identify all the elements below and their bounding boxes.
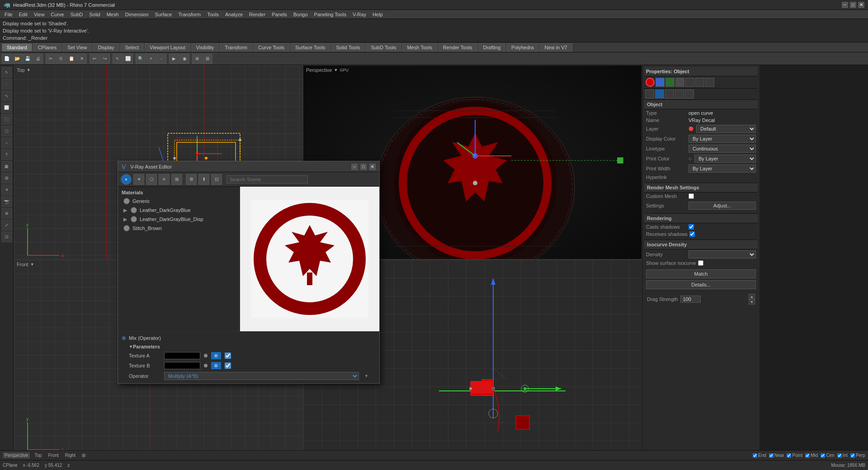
menu-tools[interactable]: Tools	[204, 11, 222, 18]
side-snap[interactable]: ⊡	[1, 231, 12, 242]
tb-zoom-out[interactable]: -	[156, 54, 166, 64]
tab-drafting[interactable]: Drafting	[478, 43, 506, 52]
render-icon-3[interactable]	[665, 89, 674, 99]
render-icon-2[interactable]	[655, 89, 664, 99]
ae-import-btn[interactable]: ⬆	[198, 174, 209, 185]
ae-params-arrow[interactable]: ▼	[129, 344, 133, 349]
tb-zoom-in[interactable]: +	[146, 54, 156, 64]
material-icon-5[interactable]	[695, 78, 704, 87]
custom-mesh-checkbox[interactable]	[689, 193, 694, 199]
tb-open[interactable]: 📂	[12, 54, 22, 64]
ae-texture-a-check[interactable]	[225, 352, 231, 359]
viewport-perspective-menu-arrow[interactable]: ▼	[334, 68, 338, 72]
ae-view-btn[interactable]: ⊡	[211, 174, 222, 185]
side-light[interactable]: ☀	[1, 184, 12, 195]
material-icon-6[interactable]	[705, 78, 714, 87]
tb-undo[interactable]: ↩	[90, 54, 99, 64]
sb-perp-check[interactable]	[850, 453, 855, 458]
sb-near-check[interactable]	[769, 453, 774, 458]
print-color-dropdown[interactable]: By Layer	[694, 155, 756, 163]
drag-strength-input[interactable]	[680, 296, 701, 303]
side-text[interactable]: T	[1, 149, 12, 160]
ae-tb-render-ele[interactable]: ⊞	[171, 174, 182, 185]
tb-new[interactable]: 📄	[2, 54, 12, 64]
ae-texture-a-swatch[interactable]	[164, 352, 200, 359]
sb-cen-check[interactable]	[821, 453, 825, 458]
ae-operator-dropdown[interactable]: Multiply (A*B) Add (A+B) Subtract (A-B)	[164, 372, 359, 380]
tab-visibility[interactable]: Visibility	[191, 43, 219, 52]
ae-tb-layers[interactable]: ≡	[159, 174, 170, 185]
ae-search-input[interactable]	[226, 175, 308, 183]
menu-panels[interactable]: Panels	[269, 11, 290, 18]
menu-edit[interactable]: Edit	[16, 11, 30, 18]
layer-dropdown[interactable]: Default	[696, 125, 756, 133]
details-button[interactable]: Details...	[646, 280, 756, 289]
tb-ortho[interactable]: ⊞	[203, 54, 212, 64]
render-icon-5[interactable]	[685, 89, 694, 99]
ae-tb-light[interactable]: ☀	[133, 174, 144, 185]
tb-render[interactable]: ▶	[169, 54, 179, 64]
tb-cut[interactable]: ✂	[46, 54, 56, 64]
ae-mat-leather-disp[interactable]: ▶ Leather_DarkGrayBlue_Disp	[120, 215, 238, 224]
receives-shadows-checkbox[interactable]	[689, 231, 695, 237]
maximize-button[interactable]: □	[850, 2, 856, 8]
side-surface[interactable]: ⬜	[1, 102, 12, 113]
side-camera[interactable]: 📷	[1, 196, 12, 207]
ae-minimize-btn[interactable]: −	[351, 164, 358, 170]
render-icon-1[interactable]	[645, 89, 654, 99]
side-solid[interactable]: ⬛	[1, 114, 12, 125]
tb-window-select[interactable]: ⬜	[123, 54, 133, 64]
material-icon-3[interactable]	[675, 78, 684, 87]
menu-bongo[interactable]: Bongo	[291, 11, 311, 18]
adjust-button[interactable]: Adjust...	[689, 202, 756, 210]
menu-surface[interactable]: Surface	[152, 11, 175, 18]
side-hatch[interactable]: ▦	[1, 161, 12, 172]
show-surface-checkbox[interactable]	[698, 260, 703, 266]
ae-mat-leather-dark[interactable]: ▶ Leather_DarkGrayBlue	[120, 206, 238, 215]
tb-paste[interactable]: 📋	[66, 54, 76, 64]
tb-delete[interactable]: ✕	[77, 54, 87, 64]
side-block[interactable]: ⊞	[1, 173, 12, 183]
viewport-perspective-label[interactable]: Perspective ▼ GPU	[306, 67, 349, 73]
tb-save[interactable]: 💾	[23, 54, 33, 64]
linetype-dropdown[interactable]: Continuous	[689, 145, 756, 153]
ae-tb-geo[interactable]: ⬡	[146, 174, 157, 185]
sb-layout-icon[interactable]: ⊞	[80, 452, 87, 458]
display-color-dropdown[interactable]: By Layer	[689, 135, 756, 143]
side-mesh[interactable]: ⬡	[1, 126, 12, 136]
viewport-front-menu-arrow[interactable]: ▼	[30, 262, 34, 267]
sb-viewport-right[interactable]: Right	[63, 452, 77, 458]
tab-display[interactable]: Display	[93, 43, 119, 52]
menu-curve[interactable]: Curve	[48, 11, 66, 18]
match-button[interactable]: Match	[646, 269, 756, 278]
tab-mesh-tools[interactable]: Mesh Tools	[402, 43, 437, 52]
tb-render-preview[interactable]: ◉	[179, 54, 189, 64]
ae-texture-b-check[interactable]	[225, 362, 231, 369]
side-gumball[interactable]: ⊕	[1, 208, 12, 219]
tab-select[interactable]: Select	[120, 43, 144, 52]
menu-paneling-tools[interactable]: Paneling Tools	[311, 11, 349, 18]
sb-viewport-front[interactable]: Front	[46, 452, 60, 458]
viewport-top-menu-arrow[interactable]: ▼	[27, 68, 31, 72]
sb-viewport-top[interactable]: Top	[33, 452, 43, 458]
menu-help[interactable]: Help	[370, 11, 386, 18]
tab-new-v7[interactable]: New in V7	[540, 43, 572, 52]
tab-surface-tools[interactable]: Surface Tools	[290, 43, 330, 52]
ae-gear-btn[interactable]: ⚙	[186, 174, 197, 185]
tab-curve-tools[interactable]: Curve Tools	[253, 43, 289, 52]
ae-mat-stitch[interactable]: Stitch_Brown	[120, 224, 238, 233]
ae-texture-b-swatch[interactable]	[164, 362, 200, 369]
ae-texture-a-link[interactable]: ⊞	[211, 352, 221, 359]
ae-operator-expand[interactable]: ▼	[364, 374, 368, 378]
side-curve[interactable]: ∿	[1, 90, 12, 101]
sb-viewport-perspective[interactable]: Perspective	[3, 452, 30, 458]
print-width-dropdown[interactable]: By Layer	[689, 164, 756, 173]
tab-render-tools[interactable]: Render Tools	[438, 43, 477, 52]
ae-mat-generic[interactable]: Generic	[120, 197, 238, 206]
sb-int-check[interactable]	[837, 453, 842, 458]
menu-solid[interactable]: Solid	[86, 11, 103, 18]
tab-solid-tools[interactable]: Solid Tools	[331, 43, 365, 52]
tab-transform[interactable]: Transform	[220, 43, 252, 52]
tb-copy[interactable]: ⎘	[56, 54, 66, 64]
menu-view[interactable]: View	[31, 11, 47, 18]
